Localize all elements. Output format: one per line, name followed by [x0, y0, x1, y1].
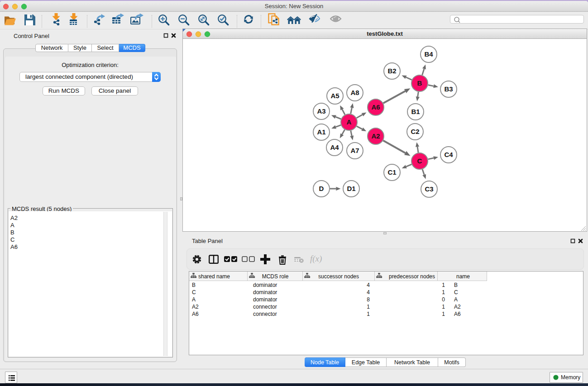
- svg-text:B3: B3: [444, 85, 453, 93]
- svg-text:A1: A1: [317, 128, 325, 136]
- svg-text:D1: D1: [347, 185, 355, 192]
- svg-text:C1: C1: [387, 168, 396, 176]
- svg-text:A3: A3: [317, 107, 325, 115]
- svg-text:A6: A6: [371, 103, 380, 111]
- svg-text:C3: C3: [425, 185, 433, 193]
- svg-text:A: A: [347, 118, 352, 126]
- svg-text:B4: B4: [424, 50, 433, 58]
- svg-text:A5: A5: [330, 92, 339, 100]
- svg-text:A2: A2: [371, 132, 380, 140]
- svg-text:B1: B1: [411, 108, 420, 115]
- svg-text:A4: A4: [330, 143, 339, 151]
- svg-text:B2: B2: [387, 67, 396, 75]
- svg-text:C2: C2: [411, 128, 419, 135]
- svg-text:C: C: [417, 157, 422, 165]
- svg-text:D: D: [319, 185, 324, 192]
- svg-text:A7: A7: [350, 147, 359, 154]
- svg-text:B: B: [417, 79, 422, 87]
- svg-text:C4: C4: [444, 151, 453, 158]
- svg-text:A8: A8: [350, 89, 359, 96]
